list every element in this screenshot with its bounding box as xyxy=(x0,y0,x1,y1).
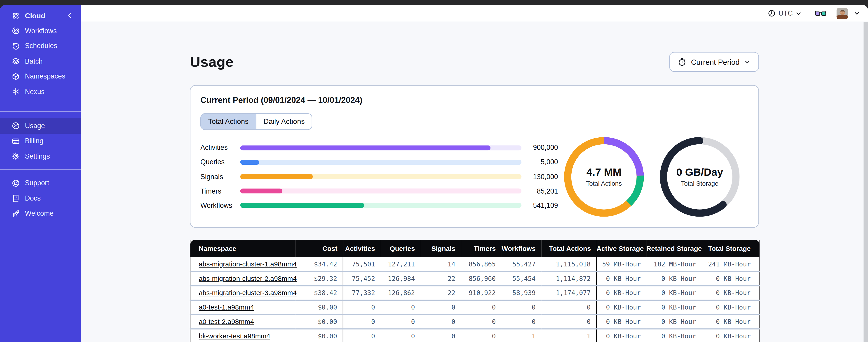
tab-total-actions[interactable]: Total Actions xyxy=(201,114,256,129)
table-row: a0-test-1.a98mm4 $0.00 0 0 0 0 0 0 0 KB-… xyxy=(190,300,759,315)
cell-retained-storage: 0 KB-Hour xyxy=(646,329,702,342)
cell-signals: 22 xyxy=(421,271,461,286)
cell-active-storage: 0 KB-Hour xyxy=(596,300,646,315)
sidebar-item-nexus[interactable]: Nexus xyxy=(0,84,81,99)
cell-timers: 0 xyxy=(461,329,501,342)
bar-row-workflows: Workflows 541,109 xyxy=(200,198,558,213)
sidebar-collapse-icon[interactable] xyxy=(66,12,73,19)
bar-label: Timers xyxy=(200,187,240,195)
sidebar-item-workflows[interactable]: Workflows xyxy=(0,23,81,38)
cell-retained-storage: 0 KB-Hour xyxy=(646,286,702,300)
timezone-selector[interactable]: UTC xyxy=(768,9,802,17)
total-storage-label: Total Storage xyxy=(681,180,718,187)
nerd-glasses-icon[interactable] xyxy=(815,9,827,18)
namespace-link[interactable]: abs-migration-cluster-1.a98mm4 xyxy=(199,260,297,268)
col-header-active-storage: Active Storage xyxy=(596,240,646,257)
sidebar-item-label: Billing xyxy=(25,137,43,145)
sidebar-brand: Cloud xyxy=(0,8,81,23)
bar-track xyxy=(240,174,521,179)
scrollbar[interactable] xyxy=(864,22,868,342)
total-storage-donut: 0 GB/Day Total Storage xyxy=(660,137,740,216)
cell-retained-storage: 0 KB-Hour xyxy=(646,271,702,286)
user-menu-chevron-icon[interactable] xyxy=(854,10,860,16)
cell-cost: $38.42 xyxy=(295,286,343,300)
namespace-link[interactable]: a0-test-1.a98mm4 xyxy=(199,303,254,311)
bar-track xyxy=(240,145,521,150)
sidebar-item-label: Batch xyxy=(25,57,42,65)
donut-center-text: 4.7 MM Total Actions xyxy=(564,137,644,216)
cell-timers: 856,865 xyxy=(461,257,501,271)
bar-track xyxy=(240,203,521,208)
usage-charts: Activities 900,000 Queries 5,000 xyxy=(200,137,748,216)
sidebar-item-billing[interactable]: Billing xyxy=(0,134,81,149)
sidebar-item-label: Welcome xyxy=(25,210,54,217)
sidebar-item-label: Support xyxy=(25,179,49,187)
cell-total-actions: 0 xyxy=(541,300,596,315)
namespaces-cube-icon xyxy=(11,72,20,80)
cell-active-storage: 0 KB-Hour xyxy=(596,314,646,329)
timezone-label: UTC xyxy=(778,9,793,17)
cell-signals: 22 xyxy=(421,286,461,300)
sidebar-item-label: Usage xyxy=(25,122,45,130)
sidebar-item-docs[interactable]: Docs xyxy=(0,191,81,206)
sidebar-item-settings[interactable]: Settings xyxy=(0,149,81,164)
total-storage-value: 0 GB/Day xyxy=(676,167,723,179)
period-selector-label: Current Period xyxy=(691,58,739,66)
tab-daily-actions[interactable]: Daily Actions xyxy=(256,114,312,129)
cell-activities: 0 xyxy=(343,314,381,329)
namespace-link[interactable]: a0-test-2.a98mm4 xyxy=(199,318,254,326)
cell-queries: 0 xyxy=(381,329,421,342)
cell-workflows: 58,939 xyxy=(501,286,541,300)
bar-label: Workflows xyxy=(200,202,240,209)
cell-signals: 0 xyxy=(421,300,461,315)
bar-track xyxy=(240,189,521,194)
total-actions-value: 4.7 MM xyxy=(587,167,622,179)
total-actions-label: Total Actions xyxy=(586,180,622,187)
cell-signals: 0 xyxy=(421,314,461,329)
bar-row-queries: Queries 5,000 xyxy=(200,155,558,169)
chevron-down-icon xyxy=(796,10,802,16)
current-period-card: Current Period (09/01/2024 — 10/01/2024)… xyxy=(190,85,759,228)
cell-workflows: 0 xyxy=(501,314,541,329)
topbar: UTC xyxy=(81,5,868,22)
cell-signals: 14 xyxy=(421,257,461,271)
sidebar-item-usage[interactable]: Usage xyxy=(0,118,81,133)
bar-row-activities: Activities 900,000 xyxy=(200,140,558,155)
sidebar-item-label: Docs xyxy=(25,195,41,202)
sidebar-item-support[interactable]: Support xyxy=(0,175,81,191)
table-header: Namespace Cost Activities Queries Signal… xyxy=(190,240,759,257)
cell-total-actions: 1,174,077 xyxy=(541,286,596,300)
col-header-workflows: Workflows xyxy=(501,240,541,257)
namespace-link[interactable]: abs-migration-cluster-3.a98mm4 xyxy=(199,289,297,297)
cell-activities: 75,501 xyxy=(343,257,381,271)
donut-charts: 4.7 MM Total Actions xyxy=(558,137,748,216)
cell-total-storage: 0 KB-Hour xyxy=(702,300,759,315)
cell-timers: 856,960 xyxy=(461,271,501,286)
period-selector-button[interactable]: Current Period xyxy=(670,52,759,72)
bar-row-signals: Signals 130,000 xyxy=(200,169,558,184)
billing-card-icon xyxy=(11,137,20,145)
cell-queries: 0 xyxy=(381,314,421,329)
namespace-link[interactable]: abs-migration-cluster-2.a98mm4 xyxy=(199,275,297,282)
cell-timers: 0 xyxy=(461,314,501,329)
col-header-queries: Queries xyxy=(381,240,421,257)
settings-gear-icon xyxy=(11,152,20,161)
cell-active-storage: 0 KB-Hour xyxy=(596,286,646,300)
sidebar-account-nav: Usage Billing Settings xyxy=(0,118,81,164)
avatar[interactable] xyxy=(836,7,848,19)
sidebar-item-label: Schedules xyxy=(25,42,57,50)
sidebar-item-namespaces[interactable]: Namespaces xyxy=(0,69,81,84)
sidebar-item-batch[interactable]: Batch xyxy=(0,54,81,69)
sidebar-item-welcome[interactable]: Welcome xyxy=(0,206,81,221)
namespace-link[interactable]: bk-worker-test.a98mm4 xyxy=(199,332,270,340)
bar-value: 5,000 xyxy=(521,158,558,166)
docs-book-icon xyxy=(11,194,20,203)
sidebar-item-label: Nexus xyxy=(25,88,44,95)
col-header-timers: Timers xyxy=(461,240,501,257)
cell-signals: 0 xyxy=(421,329,461,342)
cell-cost: $34.42 xyxy=(295,257,343,271)
col-header-cost: Cost xyxy=(295,240,343,257)
bar-value: 85,201 xyxy=(521,187,558,195)
sidebar-item-schedules[interactable]: Schedules xyxy=(0,38,81,54)
sidebar-divider xyxy=(0,111,81,111)
